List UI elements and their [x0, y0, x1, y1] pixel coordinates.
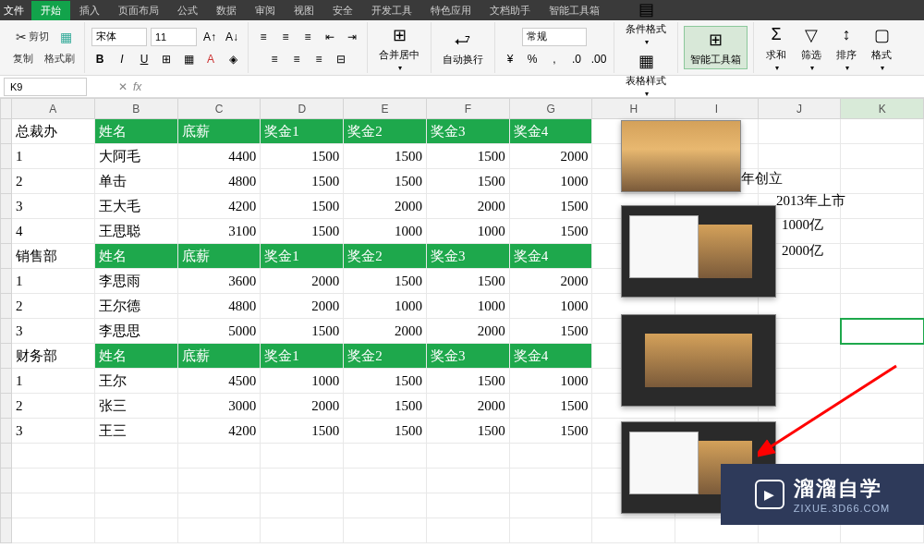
- cell[interactable]: 4500: [177, 369, 261, 394]
- row-header[interactable]: [1, 219, 12, 244]
- align-right-button[interactable]: ≡: [310, 50, 328, 68]
- cell[interactable]: 3100: [177, 219, 261, 244]
- paste-button[interactable]: ▦: [56, 28, 76, 46]
- cell[interactable]: 4800: [177, 169, 261, 194]
- cell[interactable]: [261, 493, 344, 518]
- col-header[interactable]: C: [177, 99, 261, 119]
- cell[interactable]: 1500: [261, 169, 344, 194]
- cell[interactable]: [841, 419, 924, 444]
- cell[interactable]: 3000: [177, 394, 261, 419]
- cell[interactable]: 1500: [344, 369, 427, 394]
- cell[interactable]: 2: [11, 394, 94, 419]
- cell[interactable]: [177, 444, 261, 469]
- cell[interactable]: 1: [11, 369, 94, 394]
- cell[interactable]: [344, 518, 427, 543]
- row-header[interactable]: [1, 469, 12, 493]
- cell[interactable]: 4400: [177, 144, 261, 169]
- row-header[interactable]: [1, 119, 12, 144]
- cell[interactable]: 李思思: [94, 319, 177, 344]
- font-size-select[interactable]: 11: [151, 28, 197, 46]
- cell[interactable]: 奖金1: [261, 244, 344, 269]
- row-header[interactable]: [1, 518, 12, 543]
- cell[interactable]: [841, 394, 924, 419]
- cell[interactable]: 2000: [344, 319, 427, 344]
- cell[interactable]: 奖金4: [509, 119, 592, 144]
- row-header[interactable]: [1, 194, 12, 219]
- cell[interactable]: 1500: [426, 269, 509, 294]
- cell[interactable]: [94, 518, 177, 543]
- cell[interactable]: 2000: [261, 269, 344, 294]
- cell[interactable]: 1500: [344, 419, 427, 444]
- row-header[interactable]: [1, 369, 12, 394]
- cell[interactable]: 2: [11, 169, 94, 194]
- col-header[interactable]: B: [94, 99, 177, 119]
- row-header[interactable]: [1, 244, 12, 269]
- cell[interactable]: [841, 369, 924, 394]
- cell[interactable]: 1500: [344, 269, 427, 294]
- tab-smarttools[interactable]: 智能工具箱: [540, 1, 609, 20]
- cell[interactable]: 1500: [509, 419, 592, 444]
- cell[interactable]: 3: [11, 419, 94, 444]
- tab-layout[interactable]: 页面布局: [109, 1, 168, 20]
- comma-button[interactable]: ,: [545, 50, 564, 68]
- cell[interactable]: [841, 319, 924, 344]
- cell[interactable]: 奖金1: [261, 344, 344, 369]
- filter-button[interactable]: ▽ 筛选: [795, 22, 828, 74]
- tab-view[interactable]: 视图: [285, 1, 323, 20]
- cell[interactable]: [841, 294, 924, 319]
- cell[interactable]: [841, 344, 924, 369]
- cell[interactable]: [426, 493, 509, 518]
- format-button[interactable]: ▢ 格式: [865, 22, 898, 74]
- row-header[interactable]: [1, 394, 12, 419]
- embedded-image-1[interactable]: [621, 120, 741, 192]
- cell[interactable]: 奖金3: [426, 344, 509, 369]
- decimal-dec-button[interactable]: .00: [590, 50, 608, 68]
- cell[interactable]: 1: [11, 144, 94, 169]
- col-header[interactable]: H: [592, 99, 675, 119]
- cell[interactable]: 1500: [426, 419, 509, 444]
- cell[interactable]: 2: [11, 294, 94, 319]
- tab-dev[interactable]: 开发工具: [362, 1, 421, 20]
- cell[interactable]: [11, 444, 94, 469]
- sort-button[interactable]: ↕ 排序: [830, 22, 863, 74]
- cell[interactable]: [509, 518, 592, 543]
- cell[interactable]: 王三: [94, 419, 177, 444]
- name-box[interactable]: [4, 78, 87, 96]
- cell[interactable]: 王大毛: [94, 194, 177, 219]
- tab-insert[interactable]: 插入: [70, 1, 109, 20]
- row-header[interactable]: [1, 294, 12, 319]
- align-left-button[interactable]: ≡: [265, 50, 284, 68]
- cell[interactable]: 2000: [426, 194, 509, 219]
- cell[interactable]: [426, 469, 509, 493]
- cell[interactable]: 奖金2: [344, 244, 427, 269]
- cell[interactable]: 4: [11, 219, 94, 244]
- cell[interactable]: 单击: [94, 169, 177, 194]
- cell[interactable]: 1000: [509, 294, 592, 319]
- cell[interactable]: 1500: [509, 394, 592, 419]
- cell[interactable]: 奖金3: [426, 119, 509, 144]
- cell[interactable]: 姓名: [94, 119, 177, 144]
- file-menu[interactable]: 文件: [4, 4, 24, 18]
- cell[interactable]: 1500: [261, 219, 344, 244]
- cell[interactable]: 奖金4: [509, 344, 592, 369]
- align-top-button[interactable]: ≡: [254, 28, 273, 46]
- cell[interactable]: 3600: [177, 269, 261, 294]
- row-header[interactable]: [1, 269, 12, 294]
- sum-button[interactable]: Σ 求和: [760, 22, 793, 74]
- cell[interactable]: [11, 518, 94, 543]
- cell[interactable]: 1500: [261, 144, 344, 169]
- cell[interactable]: 1500: [344, 394, 427, 419]
- cell[interactable]: [509, 444, 592, 469]
- cell[interactable]: [344, 493, 427, 518]
- cell[interactable]: 底薪: [177, 244, 261, 269]
- bold-button[interactable]: B: [91, 50, 109, 68]
- percent-button[interactable]: %: [523, 50, 541, 68]
- cell[interactable]: [344, 469, 427, 493]
- format-painter-button[interactable]: 格式刷: [41, 50, 79, 67]
- cell[interactable]: 1500: [344, 144, 427, 169]
- fx-cancel-icon[interactable]: ✕: [118, 80, 128, 93]
- cell[interactable]: [841, 219, 924, 244]
- tab-special[interactable]: 特色应用: [421, 1, 480, 20]
- copy-button[interactable]: 复制: [9, 50, 37, 67]
- cell[interactable]: [11, 493, 94, 518]
